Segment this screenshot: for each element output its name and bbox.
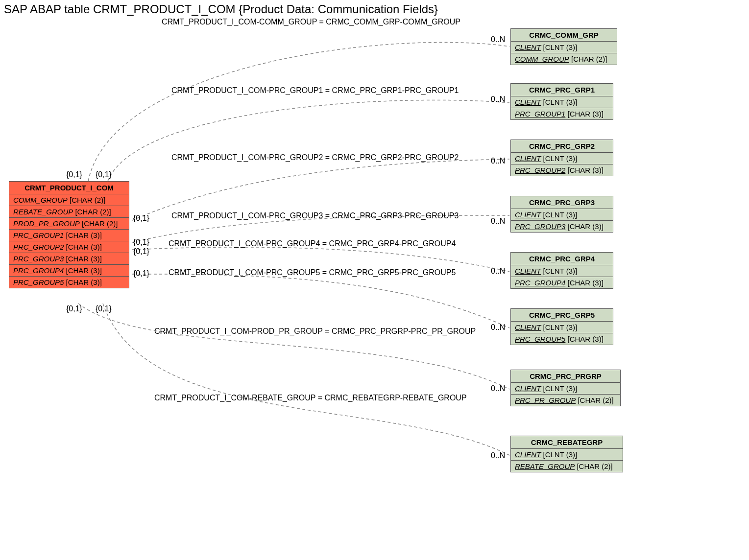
page-title: SAP ABAP table CRMT_PRODUCT_I_COM {Produ…	[4, 2, 438, 16]
entity-header: CRMC_COMM_GRP	[511, 29, 617, 42]
cardinality-target: 0..N	[491, 95, 505, 104]
field-row: PRC_GROUP1 [CHAR (3)]	[9, 230, 129, 241]
field-row: PRC_GROUP4 [CHAR (3)]	[9, 265, 129, 277]
field-row: COMM_GROUP [CHAR (2)]	[511, 53, 617, 65]
field-row: CLIENT [CLNT (3)]	[511, 42, 617, 53]
field-row: CLIENT [CLNT (3)]	[511, 449, 623, 461]
cardinality-target: 0..N	[491, 451, 505, 460]
relation-label: CRMT_PRODUCT_I_COM-PRC_GROUP5 = CRMC_PRC…	[169, 268, 456, 277]
relation-label: CRMT_PRODUCT_I_COM-COMM_GROUP = CRMC_COM…	[162, 18, 460, 26]
relation-label: CRMT_PRODUCT_I_COM-PRC_GROUP4 = CRMC_PRC…	[169, 239, 456, 248]
cardinality-source: {0,1}	[66, 170, 82, 179]
cardinality-source: {0,1}	[96, 170, 112, 179]
cardinality-target: 0..N	[491, 35, 505, 44]
entity-crmc-prc-grp3: CRMC_PRC_GRP3 CLIENT [CLNT (3)] PRC_GROU…	[510, 196, 613, 233]
relation-label: CRMT_PRODUCT_I_COM-REBATE_GROUP = CRMC_R…	[154, 394, 467, 402]
field-row: CLIENT [CLNT (3)]	[511, 383, 620, 395]
relation-label: CRMT_PRODUCT_I_COM-PRC_GROUP1 = CRMC_PRC…	[171, 86, 459, 95]
entity-header: CRMC_PRC_GRP2	[511, 140, 613, 153]
cardinality-source: {0,1}	[133, 269, 149, 278]
field-row: PROD_PR_GROUP [CHAR (2)]	[9, 218, 129, 230]
entity-crmc-prc-grp5: CRMC_PRC_GRP5 CLIENT [CLNT (3)] PRC_GROU…	[510, 308, 613, 345]
cardinality-target: 0..N	[491, 157, 505, 165]
field-row: PRC_GROUP4 [CHAR (3)]	[511, 277, 613, 288]
entity-header: CRMT_PRODUCT_I_COM	[9, 182, 129, 194]
entity-header: CRMC_REBATEGRP	[511, 436, 623, 449]
entity-crmc-prc-grp2: CRMC_PRC_GRP2 CLIENT [CLNT (3)] PRC_GROU…	[510, 140, 613, 176]
relation-label: CRMT_PRODUCT_I_COM-PROD_PR_GROUP = CRMC_…	[154, 327, 476, 336]
cardinality-source: {0,1}	[66, 304, 82, 313]
field-row: CLIENT [CLNT (3)]	[511, 96, 613, 108]
entity-crmc-rebategrp: CRMC_REBATEGRP CLIENT [CLNT (3)] REBATE_…	[510, 436, 623, 472]
field-row: PRC_GROUP5 [CHAR (3)]	[511, 333, 613, 345]
entity-header: CRMC_PRC_GRP3	[511, 196, 613, 209]
entity-crmc-comm-grp: CRMC_COMM_GRP CLIENT [CLNT (3)] COMM_GRO…	[510, 28, 617, 65]
field-row: CLIENT [CLNT (3)]	[511, 153, 613, 164]
relation-label: CRMT_PRODUCT_I_COM-PRC_GROUP2 = CRMC_PRC…	[171, 153, 459, 162]
cardinality-target: 0..N	[491, 384, 505, 393]
cardinality-target: 0..N	[491, 217, 505, 226]
entity-crmc-prc-grp4: CRMC_PRC_GRP4 CLIENT [CLNT (3)] PRC_GROU…	[510, 252, 613, 289]
field-row: CLIENT [CLNT (3)]	[511, 209, 613, 221]
field-row: PRC_GROUP3 [CHAR (3)]	[9, 253, 129, 265]
field-row: REBATE_GROUP [CHAR (2)]	[511, 461, 623, 472]
field-row: CLIENT [CLNT (3)]	[511, 322, 613, 333]
cardinality-source: {0,1}	[133, 247, 149, 256]
entity-crmc-prc-grp1: CRMC_PRC_GRP1 CLIENT [CLNT (3)] PRC_GROU…	[510, 83, 613, 120]
entity-header: CRMC_PRC_GRP4	[511, 253, 613, 265]
cardinality-target: 0..N	[491, 323, 505, 332]
entity-header: CRMC_PRC_GRP5	[511, 309, 613, 322]
field-row: PRC_GROUP3 [CHAR (3)]	[511, 221, 613, 232]
field-row: PRC_GROUP1 [CHAR (3)]	[511, 108, 613, 119]
field-row: COMM_GROUP [CHAR (2)]	[9, 194, 129, 206]
entity-header: CRMC_PRC_GRP1	[511, 84, 613, 96]
field-row: PRC_PR_GROUP [CHAR (2)]	[511, 395, 620, 406]
cardinality-source: {0,1}	[96, 304, 112, 313]
cardinality-source: {0,1}	[133, 238, 149, 247]
field-row: PRC_GROUP2 [CHAR (3)]	[511, 164, 613, 176]
relation-label: CRMT_PRODUCT_I_COM-PRC_GROUP3 = CRMC_PRC…	[171, 211, 459, 220]
entity-header: CRMC_PRC_PRGRP	[511, 370, 620, 383]
field-row: REBATE_GROUP [CHAR (2)]	[9, 206, 129, 218]
cardinality-target: 0..N	[491, 267, 505, 276]
field-row: PRC_GROUP2 [CHAR (3)]	[9, 241, 129, 253]
entity-crmt-product-i-com: CRMT_PRODUCT_I_COM COMM_GROUP [CHAR (2)]…	[9, 181, 129, 288]
field-row: CLIENT [CLNT (3)]	[511, 265, 613, 277]
cardinality-source: {0,1}	[133, 214, 149, 223]
entity-crmc-prc-prgrp: CRMC_PRC_PRGRP CLIENT [CLNT (3)] PRC_PR_…	[510, 370, 621, 406]
field-row: PRC_GROUP5 [CHAR (3)]	[9, 277, 129, 288]
